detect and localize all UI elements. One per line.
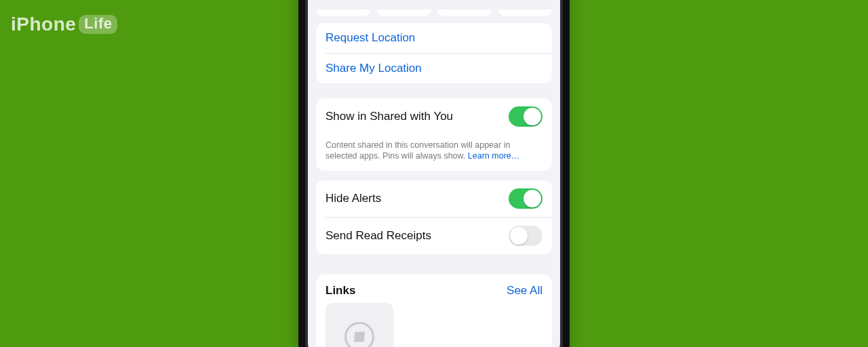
shared-with-you-footer: Content shared in this conversation will…: [316, 135, 552, 171]
request-location-label: Request Location: [326, 31, 415, 45]
hide-alerts-toggle[interactable]: [509, 188, 542, 209]
location-actions-group: Request Location Share My Location: [316, 23, 552, 83]
request-location-row[interactable]: Request Location: [316, 23, 552, 53]
read-receipts-label: Send Read Receipts: [326, 229, 431, 243]
phone-frame: Request Location Share My Location Show …: [298, 0, 570, 347]
shared-with-you-group: Show in Shared with You Content shared i…: [316, 98, 552, 171]
links-group: Links See All: [316, 274, 552, 347]
hide-alerts-row: Hide Alerts: [316, 180, 552, 217]
read-receipts-toggle[interactable]: [509, 226, 542, 246]
read-receipts-row: Send Read Receipts: [316, 218, 552, 254]
watermark-pill: Life: [79, 15, 117, 34]
link-thumbnail[interactable]: [326, 303, 393, 347]
action-chips-row: [316, 9, 552, 16]
shared-with-you-row: Show in Shared with You: [316, 98, 552, 135]
hide-alerts-label: Hide Alerts: [326, 192, 381, 205]
watermark-logo: iPhone Life: [11, 14, 117, 35]
learn-more-link[interactable]: Learn more…: [468, 151, 519, 161]
links-title: Links: [326, 284, 355, 298]
watermark-brand: iPhone: [11, 14, 76, 35]
share-location-label: Share My Location: [326, 62, 422, 75]
action-chip[interactable]: [498, 9, 553, 16]
action-chip[interactable]: [437, 9, 492, 16]
see-all-link[interactable]: See All: [507, 284, 542, 298]
alerts-group: Hide Alerts Send Read Receipts: [316, 180, 552, 254]
action-chip[interactable]: [316, 9, 370, 16]
action-chip[interactable]: [377, 9, 431, 16]
shared-with-you-toggle[interactable]: [509, 106, 542, 127]
shared-with-you-label: Show in Shared with You: [326, 110, 453, 123]
share-location-row[interactable]: Share My Location: [316, 54, 552, 83]
safari-icon: [344, 322, 374, 347]
phone-screen: Request Location Share My Location Show …: [308, 0, 560, 347]
